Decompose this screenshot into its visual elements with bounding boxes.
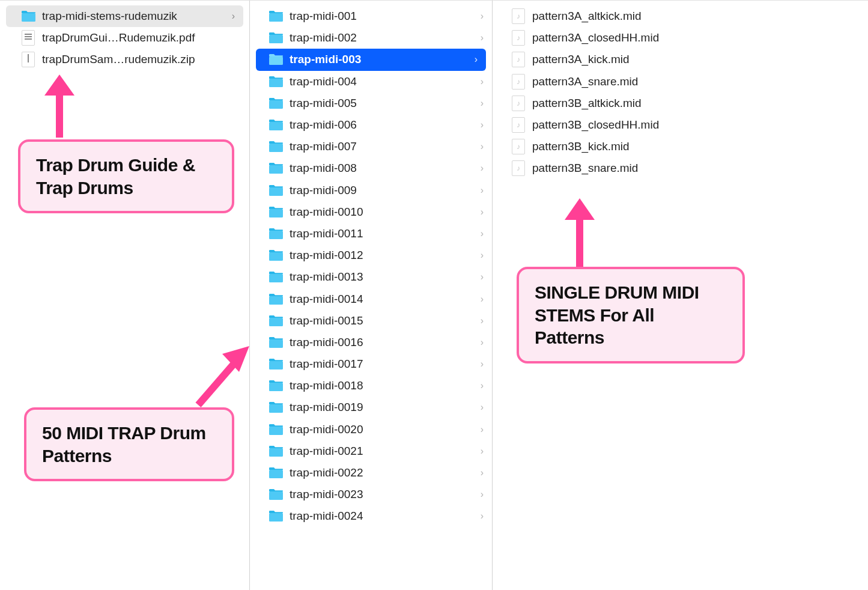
row-icon-slot [268,443,284,459]
chevron-right-icon: › [481,380,484,391]
chevron-right-icon: › [481,163,484,174]
chevron-right-icon: › [481,98,484,109]
file-row[interactable]: pattern3A_closedHH.mid [493,27,868,49]
file-row[interactable]: trap-midi-0022› [250,462,492,484]
file-row[interactable]: trap-midi-0014› [250,288,492,309]
svg-rect-4 [269,79,283,87]
midi-file-icon [512,96,525,111]
folder-icon [269,119,284,131]
file-row[interactable]: trap-midi-0024› [250,505,492,527]
file-label: trap-midi-007 [290,140,477,153]
chevron-right-icon: › [481,489,484,500]
folder-icon [269,32,284,44]
file-row[interactable]: pattern3A_snare.mid [493,71,868,93]
row-icon-slot [268,335,284,350]
row-icon-slot [268,422,284,437]
chevron-right-icon: › [481,250,484,261]
chevron-right-icon: › [481,272,484,282]
chevron-right-icon: › [481,511,484,522]
folder-icon [269,249,284,261]
file-row[interactable]: pattern3B_kick.mid [493,136,868,157]
svg-rect-5 [269,100,283,109]
file-row[interactable]: pattern3B_closedHH.mid [493,114,868,136]
file-row[interactable]: trap-midi-005› [250,93,492,114]
svg-rect-22 [269,470,283,478]
file-row[interactable]: pattern3B_snare.mid [493,157,868,179]
folder-icon [269,184,284,196]
finder-column-2: trap-midi-001› trap-midi-002› trap-midi-… [250,1,493,590]
folder-icon [269,424,284,436]
file-row[interactable]: pattern3A_kick.mid [493,49,868,70]
file-label: trap-midi-005 [290,97,477,110]
file-label: trap-midi-0024 [290,509,477,523]
file-row[interactable]: trap-midi-0018› [250,375,492,397]
row-icon-slot [268,96,284,111]
file-label: trap-midi-0011 [290,227,477,240]
svg-rect-0 [22,13,35,22]
file-row[interactable]: trap-midi-006› [250,114,492,136]
svg-rect-15 [269,318,283,326]
file-row[interactable]: trap-midi-008› [250,157,492,179]
chevron-right-icon: › [481,359,484,370]
chevron-right-icon: › [481,185,484,196]
file-row[interactable]: trap-midi-0012› [250,245,492,266]
folder-icon [269,271,284,283]
file-label: pattern3B_kick.mid [532,140,862,153]
svg-rect-20 [269,427,283,435]
svg-rect-7 [269,144,283,152]
file-row[interactable]: trap-midi-002› [250,27,492,49]
folder-icon [269,228,284,240]
svg-rect-10 [269,209,283,217]
folder-icon [269,141,284,153]
file-label: pattern3A_snare.mid [532,75,862,88]
file-label: trap-midi-009 [290,184,477,197]
svg-rect-6 [269,122,283,130]
file-label: trap-midi-004 [290,75,477,88]
file-row[interactable]: trap-midi-0010› [250,201,492,223]
file-label: pattern3A_altkick.mid [532,10,862,23]
file-row[interactable]: trap-midi-0015› [250,310,492,332]
file-row[interactable]: trap-midi-0013› [250,266,492,288]
row-icon-slot [268,52,284,67]
folder-icon [269,336,284,348]
file-row[interactable]: trap-midi-0021› [250,440,492,462]
file-row[interactable]: pattern3A_altkick.mid [493,5,868,27]
file-row[interactable]: trap-midi-003› [256,49,486,70]
file-label: trap-midi-008 [290,162,477,175]
file-row[interactable]: trap-midi-0020› [250,419,492,440]
file-row[interactable]: trap-midi-stems-rudemuzik› [6,5,243,27]
file-row[interactable]: trap-midi-0023› [250,484,492,505]
file-label: pattern3B_closedHH.mid [532,118,862,132]
chevron-right-icon: › [481,315,484,326]
chevron-right-icon: › [481,337,484,348]
file-label: trapDrumGui…Rudemuzik.pdf [42,31,243,44]
file-label: trap-midi-stems-rudemuzik [42,10,228,23]
file-row[interactable]: trap-midi-007› [250,136,492,157]
folder-icon [269,315,284,327]
folder-icon [269,53,284,65]
file-label: trap-midi-0022 [290,466,477,479]
file-label: trap-midi-006 [290,118,477,132]
file-label: pattern3A_closedHH.mid [532,31,862,44]
finder-column-3: pattern3A_altkick.midpattern3A_closedHH.… [493,1,868,590]
file-row[interactable]: trap-midi-0011› [250,223,492,245]
chevron-right-icon: › [481,141,484,152]
file-row[interactable]: trapDrumGui…Rudemuzik.pdf [0,27,249,49]
file-row[interactable]: trap-midi-001› [250,5,492,27]
row-icon-slot [268,313,284,329]
svg-rect-11 [269,231,283,239]
file-label: pattern3A_kick.mid [532,53,862,66]
file-row[interactable]: trap-midi-009› [250,180,492,201]
file-row[interactable]: trap-midi-0019› [250,397,492,418]
row-icon-slot [268,30,284,46]
file-row[interactable]: trapDrumSam…rudemuzik.zip [0,49,249,70]
chevron-right-icon: › [481,402,484,413]
file-row[interactable]: trap-midi-0016› [250,332,492,353]
file-row[interactable]: pattern3B_altkick.mid [493,93,868,114]
file-row[interactable]: trap-midi-0017› [250,353,492,375]
chevron-right-icon: › [481,228,484,239]
svg-rect-14 [269,296,283,305]
file-row[interactable]: trap-midi-004› [250,71,492,93]
row-icon-slot [268,356,284,372]
chevron-right-icon: › [481,446,484,457]
